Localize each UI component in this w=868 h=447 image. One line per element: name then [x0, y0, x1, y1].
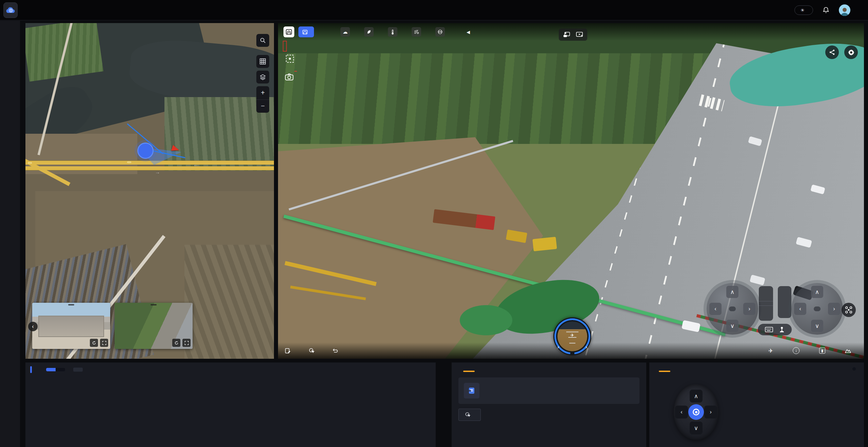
- vertical-speed: ↓: [793, 347, 806, 354]
- thumbnail-prev-button[interactable]: ‹: [28, 322, 38, 331]
- map-highway: [25, 161, 274, 171]
- elevation: [845, 347, 857, 354]
- ai-toggle: [46, 368, 65, 371]
- map-search-button[interactable]: [256, 34, 269, 47]
- emergency-stop-button[interactable]: [778, 286, 791, 318]
- dock-mode-button[interactable]: [283, 26, 294, 37]
- chevron-left-icon[interactable]: ‹: [709, 303, 722, 315]
- chevron-right-icon[interactable]: ›: [828, 303, 840, 315]
- zoom-out-button[interactable]: −: [256, 100, 269, 113]
- cloud-icon: ☁: [340, 27, 350, 37]
- work-status-badge[interactable]: [298, 26, 314, 37]
- share-button[interactable]: [825, 45, 839, 59]
- lightning-icon: ⚡: [557, 345, 560, 350]
- fullscreen-icon[interactable]: [182, 339, 191, 347]
- app-logo[interactable]: [3, 2, 18, 18]
- wind-chip: [412, 27, 424, 37]
- grid-icon: [260, 58, 266, 64]
- layers-icon: [260, 74, 266, 80]
- collapse-arrow-icon[interactable]: ◀: [467, 30, 470, 35]
- toggle-on-button[interactable]: [46, 368, 56, 371]
- gimbal-dpad: ∧ ∨ ‹ ›: [674, 384, 718, 440]
- road-direction-arrow: →: [155, 169, 160, 175]
- area-select-icon[interactable]: [285, 54, 294, 64]
- dock-video-thumbnail[interactable]: [32, 303, 110, 349]
- video-thumb-label[interactable]: [68, 304, 74, 305]
- navbar-right: ☀: [794, 4, 868, 16]
- input-mode-toolbar: [758, 324, 792, 335]
- ai-recognition-panel: [25, 362, 436, 447]
- wind-icon: [412, 27, 421, 37]
- weather-chip: ☁: [340, 27, 353, 37]
- toggle-off-button[interactable]: [56, 368, 65, 371]
- status-message-box: [458, 377, 639, 404]
- ai-panel-header: [25, 362, 436, 377]
- detection-filter-select[interactable]: [73, 368, 83, 372]
- bitrate-chip: [435, 27, 448, 37]
- chevron-up-icon[interactable]: ∧: [811, 286, 823, 298]
- dock-icon: [286, 29, 292, 35]
- avatar[interactable]: [839, 4, 850, 16]
- gimbal-right-button[interactable]: ›: [704, 406, 717, 418]
- refresh-icon[interactable]: [172, 339, 180, 347]
- video-ai-icon[interactable]: [576, 32, 583, 38]
- joystick-icon[interactable]: [779, 327, 785, 333]
- map-panel[interactable]: + − ← → ‹: [25, 23, 274, 359]
- attitude-compass: ✈ ⚡ ⚡: [553, 317, 591, 355]
- chevron-right-icon[interactable]: ›: [743, 303, 755, 315]
- gimbal-up-button[interactable]: ∧: [690, 390, 703, 403]
- map-grid-button[interactable]: [256, 55, 269, 68]
- road-badge: [127, 162, 131, 163]
- road-direction-arrow: ←: [193, 162, 198, 167]
- left-sidebar: [0, 21, 20, 447]
- gimbal-center-button[interactable]: [688, 404, 704, 420]
- video-feed[interactable]: ☁ ◀: [278, 23, 864, 359]
- drone-mode-button[interactable]: [842, 303, 856, 317]
- drone-attitude-icon: ✈: [571, 332, 574, 337]
- keyboard-icon[interactable]: [765, 327, 773, 332]
- mission-icon: [285, 348, 291, 354]
- direction-joystick[interactable]: ∧ ∨ ‹ ›: [791, 283, 843, 335]
- mission-flight-button[interactable]: [285, 348, 294, 354]
- point-flight-button[interactable]: [458, 409, 481, 421]
- down-circle-icon: ↓: [793, 347, 800, 354]
- notification-bell-icon[interactable]: [822, 6, 830, 14]
- horizontal-speed: ✈: [769, 347, 779, 354]
- thumb-controls: [90, 339, 108, 347]
- active-underline: [463, 371, 475, 372]
- snapshot-camera-icon[interactable]: [285, 73, 294, 82]
- active-underline: [659, 371, 670, 372]
- pip-toolbar: [559, 29, 587, 41]
- settings-gear-button[interactable]: [844, 45, 858, 59]
- one-key-return-button[interactable]: [332, 348, 341, 353]
- dock-walls: [38, 316, 104, 337]
- drone-map-marker[interactable]: [137, 143, 154, 159]
- pointer-icon: [465, 412, 470, 417]
- plane-icon: ✈: [769, 348, 773, 354]
- gimbal-left-button[interactable]: ‹: [675, 406, 688, 418]
- aircraft-video-thumbnail[interactable]: [115, 303, 193, 349]
- snapshot-count-badge: [294, 71, 297, 72]
- throttle-joystick[interactable]: ∧ ∨ ‹ ›: [707, 283, 758, 335]
- refresh-icon[interactable]: [90, 339, 98, 347]
- search-icon: [260, 37, 266, 43]
- gimbal-down-button[interactable]: ∨: [690, 422, 703, 434]
- throttle-label: [729, 306, 736, 311]
- top-navbar: ☀: [0, 0, 868, 20]
- one-key-takeoff-button[interactable]: [309, 348, 317, 354]
- theme-toggle-button[interactable]: ☀: [794, 5, 813, 15]
- map-layers-button[interactable]: [256, 71, 269, 83]
- chevron-up-icon[interactable]: ∧: [726, 286, 738, 298]
- chevron-down-icon[interactable]: ∨: [811, 320, 823, 332]
- one-key-takeoff-panel: [452, 362, 646, 447]
- chevron-down-icon[interactable]: ∨: [726, 320, 738, 332]
- chevron-left-icon[interactable]: ‹: [794, 303, 806, 315]
- zoom-in-button[interactable]: +: [256, 86, 269, 100]
- pip-swap-icon[interactable]: [563, 32, 570, 38]
- temp-chip: [388, 27, 400, 37]
- video-thumb-label[interactable]: [151, 304, 157, 305]
- height-icon: ▮: [819, 348, 825, 354]
- thermometer-icon: [388, 27, 397, 37]
- fullscreen-icon[interactable]: [100, 339, 108, 347]
- lightning-icon: ⚡: [585, 345, 588, 350]
